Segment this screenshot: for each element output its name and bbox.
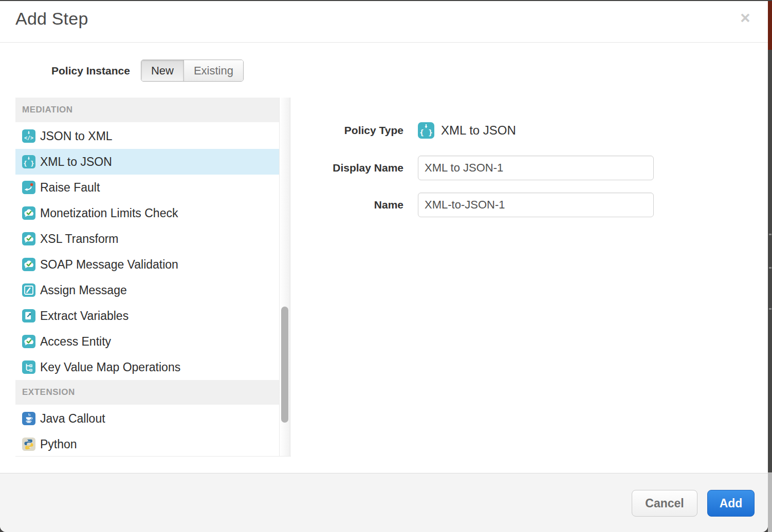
list-item[interactable]: Assign Message <box>15 277 279 303</box>
list-item[interactable]: </>JSON to XML <box>15 123 279 149</box>
xml-to-json-icon: { } <box>418 122 434 139</box>
background-page-strip <box>768 0 772 532</box>
list-item-label: Monetization Limits Check <box>40 206 178 220</box>
json-to-xml-icon: </> <box>22 129 35 143</box>
name-row: Name <box>257 193 654 217</box>
policy-type-label: Policy Type <box>257 124 403 137</box>
policy-instance-label: Policy Instance <box>51 65 130 77</box>
list-item-label: Extract Variables <box>40 309 128 323</box>
list-item[interactable]: XSL Transform <box>15 226 279 252</box>
background-page-text-speck <box>769 267 771 269</box>
list-item-label: Python <box>40 438 77 451</box>
cloud-check-icon <box>22 206 35 220</box>
list-item[interactable]: Raise Fault <box>15 175 279 200</box>
cloud-check-icon <box>22 258 35 271</box>
list-item[interactable]: Java Callout <box>15 406 279 431</box>
policy-type-row: Policy Type { } XML to JSON <box>257 121 516 140</box>
list-item-label: XML to JSON <box>40 155 112 169</box>
name-label: Name <box>257 199 403 211</box>
display-name-row: Display Name <box>257 156 654 180</box>
cloud-check-icon <box>22 335 35 348</box>
background-page-text-speck <box>769 234 771 235</box>
raise-fault-icon <box>22 181 35 194</box>
list-item[interactable]: Python <box>15 431 279 456</box>
list-scrollbar-track[interactable] <box>279 98 290 456</box>
section-header-extension: EXTENSION <box>15 380 279 405</box>
pencil-icon <box>22 283 35 297</box>
list-item-label: SOAP Message Validation <box>40 258 178 272</box>
list-item-label: Raise Fault <box>40 181 100 195</box>
svg-text:</>: </> <box>24 135 33 141</box>
list-item-label: Assign Message <box>40 283 127 297</box>
name-input[interactable] <box>418 193 654 217</box>
policy-instance-row: Policy Instance New Existing <box>51 59 244 82</box>
list-item-label: Key Value Map Operations <box>40 360 180 374</box>
list-bottom-border <box>15 456 291 457</box>
policy-instance-toggle: New Existing <box>141 60 244 82</box>
close-icon[interactable]: × <box>737 10 753 27</box>
display-name-input[interactable] <box>418 156 654 180</box>
list-item-label: JSON to XML <box>40 129 113 143</box>
cloud-check-icon <box>22 232 35 245</box>
dialog-title: Add Step <box>15 9 88 29</box>
background-page-text-speck <box>769 308 771 310</box>
list-item[interactable]: Access Entity <box>15 329 279 354</box>
python-icon <box>22 438 35 451</box>
svg-text:{ }: { } <box>24 160 34 167</box>
list-item-label: Access Entity <box>40 335 111 349</box>
list-item[interactable]: Monetization Limits Check <box>15 200 279 226</box>
page-background: Add Step × Policy Instance New Existing … <box>0 0 772 532</box>
policy-list: MEDIATION</>JSON to XML{ }XML to JSON Ra… <box>15 98 279 456</box>
toggle-option-new[interactable]: New <box>141 60 183 81</box>
display-name-label: Display Name <box>257 162 403 174</box>
background-page-strip-bottom <box>768 472 772 532</box>
list-item[interactable]: Key Value Map Operations <box>15 354 279 380</box>
list-scrollbar-thumb[interactable] <box>281 307 288 423</box>
svg-text:{ }: { } <box>419 128 433 137</box>
list-item-label: Java Callout <box>40 412 105 426</box>
toggle-option-existing[interactable]: Existing <box>183 60 243 81</box>
xml-to-json-icon: { } <box>22 155 35 168</box>
dialog-header: Add Step × <box>0 1 768 43</box>
policy-type-value: XML to JSON <box>441 123 516 138</box>
list-item-label: XSL Transform <box>40 232 119 246</box>
java-icon <box>22 412 35 425</box>
list-item[interactable]: { }XML to JSON <box>15 149 279 175</box>
add-step-dialog: Add Step × Policy Instance New Existing … <box>0 1 768 532</box>
list-item[interactable]: SOAP Message Validation <box>15 252 279 277</box>
background-page-strip-top <box>768 1 772 50</box>
list-item[interactable]: Extract Variables <box>15 303 279 329</box>
dialog-footer: Cancel Add <box>0 473 768 532</box>
cancel-button[interactable]: Cancel <box>632 490 697 517</box>
key-value-map-icon <box>22 360 35 374</box>
section-header-mediation: MEDIATION <box>15 98 279 122</box>
add-button[interactable]: Add <box>707 490 755 517</box>
extract-variables-icon <box>22 309 35 322</box>
